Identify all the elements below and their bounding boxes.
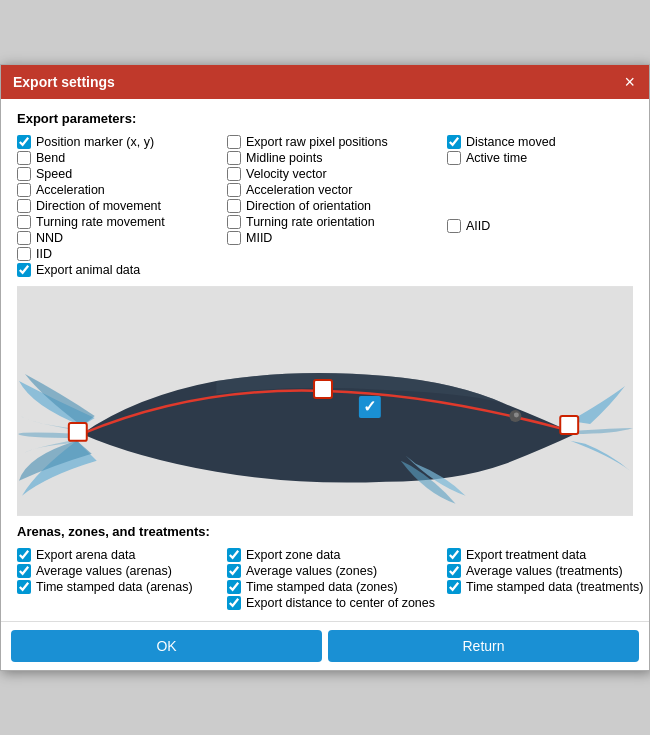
params-grid: Position marker (x, y) Bend Speed Accele… xyxy=(17,134,633,278)
svg-point-1 xyxy=(514,412,519,417)
content-area: Export parameters: Position marker (x, y… xyxy=(1,99,649,621)
checkbox-position-marker[interactable]: Position marker (x, y) xyxy=(17,134,227,150)
checkbox-acceleration[interactable]: Acceleration xyxy=(17,182,227,198)
tracking-point-2 xyxy=(314,380,332,398)
checkbox-time-stamped-treatments[interactable]: Time stamped data (treatments) xyxy=(447,579,650,595)
checkbox-export-zone-data[interactable]: Export zone data xyxy=(227,547,447,563)
checkbox-average-values-arenas[interactable]: Average values (arenas) xyxy=(17,563,227,579)
checkbox-allid[interactable]: AIID xyxy=(447,218,650,234)
checkbox-export-treatment-data[interactable]: Export treatment data xyxy=(447,547,650,563)
fish-illustration: ✓ xyxy=(17,286,633,516)
checkbox-velocity-vector[interactable]: Velocity vector xyxy=(227,166,447,182)
checkbox-export-distance-center[interactable]: Export distance to center of zones xyxy=(227,595,447,611)
export-params-title: Export parameters: xyxy=(17,111,633,126)
arenas-grid: Export arena data Average values (arenas… xyxy=(17,547,633,611)
arenas-col3: Export treatment data Average values (tr… xyxy=(447,547,650,611)
dialog-title: Export settings xyxy=(13,74,115,90)
return-button[interactable]: Return xyxy=(328,630,639,662)
checkbox-active-time[interactable]: Active time xyxy=(447,150,650,166)
checkbox-nnd[interactable]: NND xyxy=(17,230,227,246)
checkbox-distance-moved[interactable]: Distance moved xyxy=(447,134,650,150)
checkbox-export-arena-data[interactable]: Export arena data xyxy=(17,547,227,563)
checkbox-direction-movement[interactable]: Direction of movement xyxy=(17,198,227,214)
checkbox-miid[interactable]: MIID xyxy=(227,230,447,246)
params-col1: Position marker (x, y) Bend Speed Accele… xyxy=(17,134,227,278)
tracking-point-4 xyxy=(560,416,578,434)
arenas-section: Arenas, zones, and treatments: Export ar… xyxy=(17,524,633,611)
checkbox-average-values-treatments[interactable]: Average values (treatments) xyxy=(447,563,650,579)
params-col2: Export raw pixel positions Midline point… xyxy=(227,134,447,278)
checkbox-average-values-zones[interactable]: Average values (zones) xyxy=(227,563,447,579)
checkbox-acceleration-vector[interactable]: Acceleration vector xyxy=(227,182,447,198)
checkbox-time-stamped-arenas[interactable]: Time stamped data (arenas) xyxy=(17,579,227,595)
arenas-col2: Export zone data Average values (zones) … xyxy=(227,547,447,611)
close-button[interactable]: × xyxy=(622,73,637,91)
svg-text:✓: ✓ xyxy=(363,398,376,415)
footer: OK Return xyxy=(1,621,649,670)
checkbox-export-raw-pixel[interactable]: Export raw pixel positions xyxy=(227,134,447,150)
arenas-col1: Export arena data Average values (arenas… xyxy=(17,547,227,611)
arenas-title: Arenas, zones, and treatments: xyxy=(17,524,633,539)
ok-button[interactable]: OK xyxy=(11,630,322,662)
export-settings-dialog: Export settings × Export parameters: Pos… xyxy=(0,64,650,671)
checkbox-turning-rate-movement[interactable]: Turning rate movement xyxy=(17,214,227,230)
checkbox-bend[interactable]: Bend xyxy=(17,150,227,166)
checkbox-direction-orientation[interactable]: Direction of orientation xyxy=(227,198,447,214)
checkbox-turning-rate-orientation[interactable]: Turning rate orientation xyxy=(227,214,447,230)
tracking-point-1 xyxy=(69,423,87,441)
checkbox-speed[interactable]: Speed xyxy=(17,166,227,182)
checkbox-time-stamped-zones[interactable]: Time stamped data (zones) xyxy=(227,579,447,595)
title-bar: Export settings × xyxy=(1,65,649,99)
checkbox-midline-points[interactable]: Midline points xyxy=(227,150,447,166)
checkbox-export-animal-data[interactable]: Export animal data xyxy=(17,262,227,278)
fish-svg: ✓ xyxy=(17,286,633,516)
params-col3: Distance moved Active time AIID xyxy=(447,134,650,278)
checkbox-iid[interactable]: IID xyxy=(17,246,227,262)
allid-spacer: AIID xyxy=(447,218,650,234)
